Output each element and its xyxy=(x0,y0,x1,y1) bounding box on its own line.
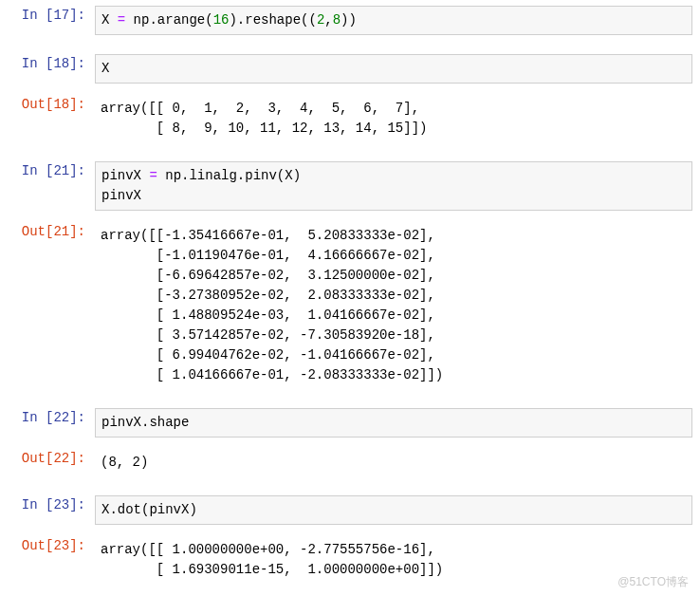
cell-gap xyxy=(0,41,700,48)
cell-gap xyxy=(0,589,700,596)
in-prompt: In [23]: xyxy=(0,494,95,512)
out-prompt: Out[22]: xyxy=(0,447,95,466)
in-prompt: In [21]: xyxy=(0,159,95,178)
code-cell: In [23]:X.dot(pinvX) xyxy=(0,490,700,531)
code-output: array([[-1.35416667e-01, 5.20833333e-02]… xyxy=(95,222,692,389)
code-input[interactable]: pinvX = np.linalg.pinv(X) pinvX xyxy=(95,161,692,211)
cell-gap xyxy=(0,148,700,156)
in-prompt: In [18]: xyxy=(0,52,95,71)
code-cell: In [18]:X xyxy=(0,48,700,89)
notebook-root: In [17]:X = np.arange(16).reshape((2,8))… xyxy=(0,0,700,596)
code-output: array([[ 0, 1, 2, 3, 4, 5, 6, 7], [ 8, 9… xyxy=(95,95,692,142)
output-cell: Out[22]:(8, 2) xyxy=(0,443,700,482)
code-cell: In [21]:pinvX = np.linalg.pinv(X) pinvX xyxy=(0,156,700,216)
cell-gap xyxy=(0,482,700,490)
code-input[interactable]: X = np.arange(16).reshape((2,8)) xyxy=(95,6,692,35)
code-input[interactable]: pinvX.shape xyxy=(95,408,692,438)
cell-gap xyxy=(0,395,700,402)
code-cell: In [17]:X = np.arange(16).reshape((2,8)) xyxy=(0,0,700,41)
out-prompt: Out[18]: xyxy=(0,93,95,112)
output-cell: Out[23]:array([[ 1.00000000e+00, -2.7755… xyxy=(0,531,700,589)
out-prompt: Out[21]: xyxy=(0,220,95,239)
code-cell: In [22]:pinvX.shape xyxy=(0,402,700,443)
code-input[interactable]: X.dot(pinvX) xyxy=(95,495,692,525)
in-prompt: In [22]: xyxy=(0,406,95,425)
out-prompt: Out[23]: xyxy=(0,534,95,553)
code-output: array([[ 1.00000000e+00, -2.77555756e-16… xyxy=(95,536,692,584)
output-cell: Out[18]:array([[ 0, 1, 2, 3, 4, 5, 6, 7]… xyxy=(0,89,700,148)
code-input[interactable]: X xyxy=(95,54,692,84)
output-cell: Out[21]:array([[-1.35416667e-01, 5.20833… xyxy=(0,216,700,395)
watermark: @51CTO博客 xyxy=(617,574,689,590)
code-output: (8, 2) xyxy=(95,449,692,476)
in-prompt: In [17]: xyxy=(0,4,95,23)
